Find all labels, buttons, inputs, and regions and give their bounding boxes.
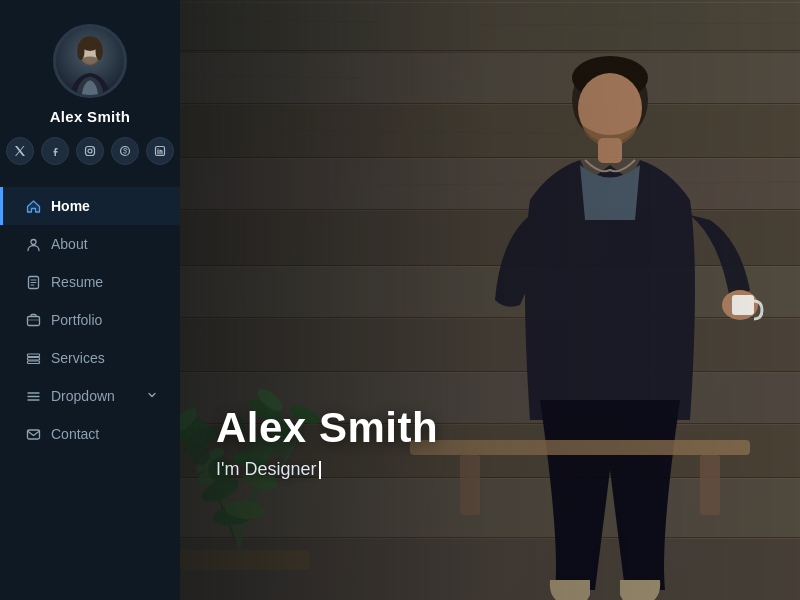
social-skype[interactable] — [111, 137, 139, 165]
hero-tagline: I'm Designer — [216, 459, 438, 480]
sidebar: Alex Smith — [0, 0, 180, 600]
nav-portfolio-label: Portfolio — [51, 312, 158, 328]
hero-background — [180, 0, 800, 600]
svg-rect-20 — [27, 316, 39, 325]
svg-rect-96 — [180, 0, 800, 600]
dropdown-icon — [25, 388, 41, 404]
avatar — [53, 24, 127, 98]
chevron-down-icon — [146, 389, 158, 403]
social-linkedin[interactable] — [146, 137, 174, 165]
resume-icon — [25, 274, 41, 290]
svg-point-15 — [31, 239, 36, 244]
cursor — [319, 461, 321, 479]
about-icon — [25, 236, 41, 252]
svg-point-14 — [157, 148, 158, 149]
social-twitter[interactable] — [6, 137, 34, 165]
hero-tagline-text: I'm Designer — [216, 459, 316, 480]
svg-rect-24 — [27, 361, 39, 364]
nav-services-label: Services — [51, 350, 158, 366]
contact-icon — [25, 426, 41, 442]
svg-point-6 — [96, 42, 103, 60]
portfolio-icon — [25, 312, 41, 328]
nav-item-resume[interactable]: Resume — [0, 263, 180, 301]
nav-home-label: Home — [51, 198, 158, 214]
nav-item-portfolio[interactable]: Portfolio — [0, 301, 180, 339]
nav-contact-label: Contact — [51, 426, 158, 442]
svg-point-7 — [81, 56, 99, 65]
social-instagram[interactable] — [76, 137, 104, 165]
nav-dropdown-label: Dropdown — [51, 388, 136, 404]
hero-name: Alex Smith — [216, 405, 438, 451]
svg-point-10 — [92, 147, 93, 148]
hero-section: Alex Smith I'm Designer — [180, 0, 800, 600]
svg-point-9 — [88, 149, 92, 153]
home-icon — [25, 198, 41, 214]
nav-menu: Home About Resume — [0, 187, 180, 453]
social-icons-group — [6, 137, 174, 165]
social-facebook[interactable] — [41, 137, 69, 165]
sidebar-username: Alex Smith — [50, 108, 131, 125]
nav-item-contact[interactable]: Contact — [0, 415, 180, 453]
nav-item-services[interactable]: Services — [0, 339, 180, 377]
hero-text-block: Alex Smith I'm Designer — [216, 405, 438, 480]
nav-about-label: About — [51, 236, 158, 252]
svg-rect-23 — [27, 357, 39, 360]
services-icon — [25, 350, 41, 366]
nav-resume-label: Resume — [51, 274, 158, 290]
svg-rect-22 — [27, 354, 39, 357]
svg-point-5 — [77, 42, 84, 60]
svg-rect-28 — [27, 430, 39, 439]
nav-item-about[interactable]: About — [0, 225, 180, 263]
nav-item-dropdown[interactable]: Dropdown — [0, 377, 180, 415]
nav-item-home[interactable]: Home — [0, 187, 180, 225]
